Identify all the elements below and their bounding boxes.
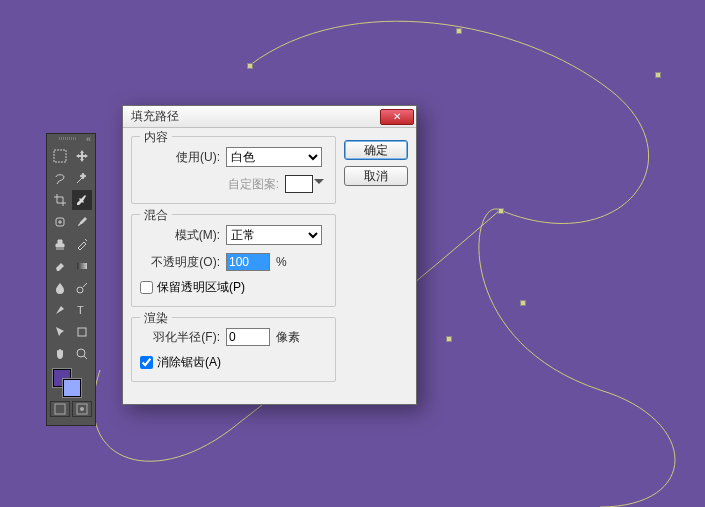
gradient-tool[interactable] — [72, 256, 92, 276]
dodge-tool[interactable] — [72, 278, 92, 298]
content-legend: 内容 — [140, 129, 172, 146]
svg-point-9 — [80, 407, 84, 411]
shape-tool[interactable] — [72, 322, 92, 342]
eyedropper-tool[interactable] — [72, 190, 92, 210]
path-anchor[interactable] — [247, 63, 253, 69]
use-select[interactable]: 白色 — [226, 147, 322, 167]
color-swatches[interactable] — [47, 367, 95, 399]
opacity-label: 不透明度(O): — [140, 254, 220, 271]
mode-label: 模式(M): — [140, 227, 220, 244]
close-button[interactable]: ✕ — [380, 109, 414, 125]
svg-rect-0 — [54, 150, 66, 162]
brush-tool[interactable] — [72, 212, 92, 232]
pen-tool[interactable] — [50, 300, 70, 320]
preserve-transparency-checkbox[interactable]: 保留透明区域(P) — [140, 279, 327, 296]
custom-pattern-picker[interactable] — [285, 175, 313, 193]
preserve-label: 保留透明区域(P) — [157, 279, 245, 296]
move-tool[interactable] — [72, 146, 92, 166]
fill-path-dialog: 填充路径 ✕ 内容 使用(U): 白色 自定图案: 混合 模式(M): — [122, 105, 417, 405]
hand-tool[interactable] — [50, 344, 70, 364]
path-select-tool[interactable] — [50, 322, 70, 342]
antialias-checkbox[interactable]: 消除锯齿(A) — [140, 354, 327, 371]
ok-button[interactable]: 确定 — [344, 140, 408, 160]
svg-rect-2 — [77, 263, 87, 269]
svg-text:T: T — [77, 304, 84, 316]
lasso-tool[interactable] — [50, 168, 70, 188]
antialias-label: 消除锯齿(A) — [157, 354, 221, 371]
background-swatch[interactable] — [63, 379, 81, 397]
stamp-tool[interactable] — [50, 234, 70, 254]
eraser-tool[interactable] — [50, 256, 70, 276]
content-group: 内容 使用(U): 白色 自定图案: — [131, 136, 336, 204]
type-tool[interactable]: T — [72, 300, 92, 320]
antialias-checkbox-input[interactable] — [140, 356, 153, 369]
svg-point-3 — [77, 287, 83, 293]
svg-rect-7 — [55, 404, 65, 414]
collapse-icon[interactable]: « — [86, 134, 91, 144]
svg-rect-5 — [78, 328, 86, 336]
preserve-checkbox-input[interactable] — [140, 281, 153, 294]
render-group: 渲染 羽化半径(F): 像素 消除锯齿(A) — [131, 317, 336, 382]
path-anchor[interactable] — [498, 208, 504, 214]
tools-panel-header[interactable]: « — [47, 134, 95, 143]
dialog-title: 填充路径 — [131, 108, 179, 125]
feather-unit: 像素 — [276, 329, 300, 346]
mode-select[interactable]: 正常 — [226, 225, 322, 245]
custom-pattern-label: 自定图案: — [228, 176, 279, 193]
zoom-tool[interactable] — [72, 344, 92, 364]
opacity-unit: % — [276, 255, 287, 269]
feather-label: 羽化半径(F): — [140, 329, 220, 346]
opacity-input[interactable] — [226, 253, 270, 271]
screen-mode-quickmask[interactable] — [72, 401, 92, 417]
use-label: 使用(U): — [140, 149, 220, 166]
feather-input[interactable] — [226, 328, 270, 346]
path-anchor[interactable] — [655, 72, 661, 78]
path-anchor[interactable] — [520, 300, 526, 306]
crop-tool[interactable] — [50, 190, 70, 210]
screen-mode-standard[interactable] — [50, 401, 70, 417]
blur-tool[interactable] — [50, 278, 70, 298]
dialog-titlebar[interactable]: 填充路径 ✕ — [123, 106, 416, 128]
tools-panel: « T — [46, 133, 96, 426]
close-icon: ✕ — [393, 111, 401, 122]
healing-tool[interactable] — [50, 212, 70, 232]
marquee-tool[interactable] — [50, 146, 70, 166]
magic-wand-tool[interactable] — [72, 168, 92, 188]
history-brush-tool[interactable] — [72, 234, 92, 254]
svg-point-6 — [77, 349, 85, 357]
cancel-button[interactable]: 取消 — [344, 166, 408, 186]
path-anchor[interactable] — [446, 336, 452, 342]
blend-group: 混合 模式(M): 正常 不透明度(O): % 保留透明区域(P) — [131, 214, 336, 307]
render-legend: 渲染 — [140, 310, 172, 327]
path-anchor[interactable] — [456, 28, 462, 34]
blend-legend: 混合 — [140, 207, 172, 224]
